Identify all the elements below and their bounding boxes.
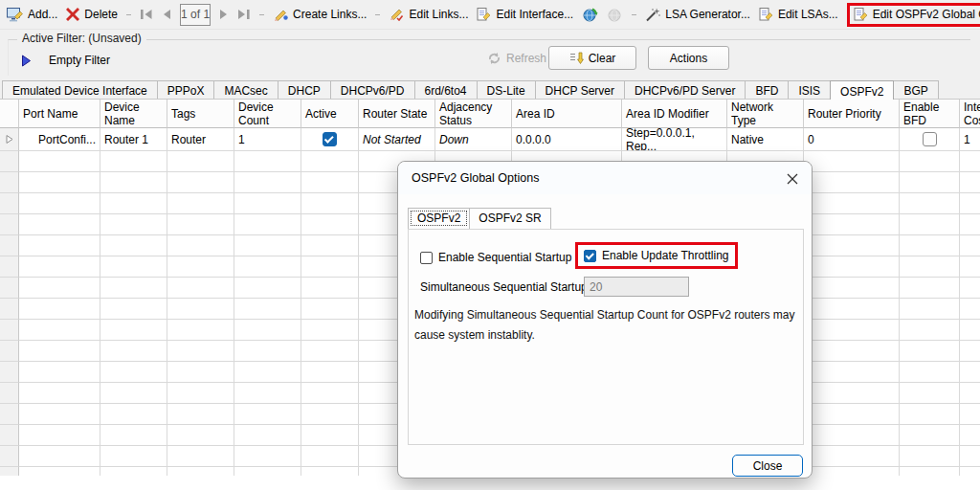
filter-panel: Active Filter: (Unsaved) Empty Filter Re… <box>0 30 980 80</box>
tab-dhcp-server[interactable]: DHCP Server <box>535 80 625 99</box>
next-page-button[interactable] <box>219 5 229 24</box>
prev-page-button[interactable] <box>162 5 171 24</box>
empty-filter-label: Empty Filter <box>49 54 110 67</box>
next-page-icon <box>219 9 229 20</box>
add-button[interactable]: Add... <box>7 8 57 22</box>
tab-ds-lite[interactable]: DS-Lite <box>477 80 536 99</box>
dialog-title-bar[interactable]: OSPFv2 Global Options <box>398 162 812 194</box>
actions-button[interactable]: Actions <box>648 46 729 70</box>
toolbar-separator <box>259 14 264 15</box>
dialog-tab-strip: OSPFv2 OSPFv2 SR <box>408 208 550 229</box>
tab-isis[interactable]: ISIS <box>788 80 831 99</box>
create-links-pencil-icon <box>273 8 288 21</box>
cell-network-type[interactable]: Native <box>727 128 804 151</box>
edit-ospf-doc-pencil-icon <box>854 8 868 22</box>
empty-filter-row[interactable]: Empty Filter <box>21 54 110 67</box>
col-header-router-state[interactable]: Router State <box>359 100 435 128</box>
globe-disabled-button <box>607 7 623 23</box>
active-checkbox[interactable] <box>323 132 337 146</box>
tab-bfd[interactable]: BFD <box>745 80 789 99</box>
enable-update-throttling-label: Enable Update Throttling <box>602 249 729 262</box>
edit-lsas-button[interactable]: Edit LSAs... <box>759 8 838 22</box>
actions-label: Actions <box>670 52 707 65</box>
cell-enable-bfd <box>900 128 960 151</box>
edit-interface-doc-pencil-icon <box>477 8 491 22</box>
edit-links-pencil-icon <box>389 8 404 21</box>
cell-area-id[interactable]: 0.0.0.0 <box>512 128 622 151</box>
cell-interface-cost[interactable]: 1 <box>960 128 980 151</box>
tab-dhcp[interactable]: DHCP <box>278 80 331 99</box>
globe-button[interactable] <box>582 7 598 23</box>
tab-pppox[interactable]: PPPoX <box>157 80 215 99</box>
dialog-tab-ospfv2[interactable]: OSPFv2 <box>408 208 470 229</box>
filter-play-icon <box>21 55 32 67</box>
pager-box: 1 of 1 <box>180 4 211 26</box>
tab-ospfv2[interactable]: OSPFv2 <box>830 80 894 100</box>
cell-adjacency-status: Down <box>435 128 512 151</box>
refresh-button: Refresh <box>481 46 552 70</box>
enable-sequential-startup-row[interactable]: Enable Sequential Startup <box>420 251 571 264</box>
dialog-close-button[interactable] <box>785 171 800 187</box>
dialog-close-button-bottom[interactable]: Close <box>732 455 803 477</box>
first-page-icon <box>140 9 153 20</box>
col-header-network-type[interactable]: Network Type <box>727 100 804 128</box>
col-header-interface-cost[interactable]: Inte Cos <box>960 100 980 128</box>
simultaneous-startups-label: Simultaneous Sequential Startups: <box>420 280 596 294</box>
enable-update-throttling-checkbox[interactable] <box>584 250 596 262</box>
edit-lsas-doc-pencil-icon <box>759 8 773 22</box>
row-selector-header <box>0 100 19 128</box>
edit-ospfv2-global-options-button[interactable]: Edit OSPFv2 Global Options... <box>847 3 980 27</box>
col-header-adjacency-status[interactable]: Adjacency Status <box>435 100 512 128</box>
instability-warning-text: Modifying Simultaneous Sequential Startu… <box>414 305 801 345</box>
tab-emulated-device-interface[interactable]: Emulated Device Interface <box>2 80 158 99</box>
cell-router-priority[interactable]: 0 <box>804 128 900 151</box>
add-device-icon <box>7 8 23 22</box>
col-header-port-name[interactable]: Port Name <box>19 100 100 128</box>
close-button-label: Close <box>753 459 783 473</box>
lsa-generator-label: LSA Generator... <box>665 8 750 21</box>
pager-text: 1 of 1 <box>181 8 210 21</box>
globe-gray-icon <box>607 7 623 23</box>
col-header-device-name[interactable]: Device Name <box>100 100 167 128</box>
create-links-button[interactable]: Create Links... <box>273 8 367 21</box>
tab-6rd-6to4[interactable]: 6rd/6to4 <box>414 80 478 99</box>
col-header-area-id[interactable]: Area ID <box>512 100 622 128</box>
tab-dhcpv6-pd-server[interactable]: DHCPv6/PD Server <box>624 80 746 99</box>
toolbar-separator <box>126 14 131 15</box>
tab-dhcpv6-pd[interactable]: DHCPv6/PD <box>330 80 415 99</box>
cell-device-name[interactable]: Router 1 <box>100 128 167 151</box>
edit-interface-label: Edit Interface... <box>496 8 573 21</box>
first-page-button[interactable] <box>140 5 153 24</box>
enable-bfd-checkbox[interactable] <box>923 132 937 146</box>
cell-device-count[interactable]: 1 <box>234 128 301 151</box>
last-page-icon <box>237 9 251 20</box>
add-label: Add... <box>28 8 57 21</box>
row-selector[interactable] <box>0 128 19 151</box>
active-filter-label: Active Filter: (Unsaved) <box>17 32 146 45</box>
enable-sequential-startup-label: Enable Sequential Startup <box>438 251 571 264</box>
tab-macsec[interactable]: MACsec <box>213 80 278 99</box>
edit-links-button[interactable]: Edit Links... <box>389 8 468 21</box>
lsa-generator-button[interactable]: LSA Generator... <box>645 7 750 22</box>
cell-area-id-modifier[interactable]: Step=0.0.0.1, Rep... <box>622 128 727 151</box>
tab-bgp[interactable]: BGP <box>893 80 938 99</box>
table-row: PortConfi... Router 1 Router 1 Not Start… <box>0 128 980 151</box>
col-header-router-priority[interactable]: Router Priority <box>804 100 900 128</box>
col-header-tags[interactable]: Tags <box>167 100 234 128</box>
col-header-device-count[interactable]: Device Count <box>234 100 301 128</box>
col-header-active[interactable]: Active <box>301 100 359 128</box>
simultaneous-startups-input: 20 <box>584 277 689 297</box>
edit-interface-button[interactable]: Edit Interface... <box>477 8 573 22</box>
col-header-area-id-modifier[interactable]: Area ID Modifier <box>622 100 727 128</box>
clear-button[interactable]: Clear <box>548 46 636 70</box>
dialog-tab-ospfv2-sr[interactable]: OSPFv2 SR <box>469 208 550 229</box>
cell-port-name[interactable]: PortConfi... <box>19 128 100 151</box>
delete-button[interactable]: Delete <box>66 8 118 21</box>
col-header-enable-bfd[interactable]: Enable BFD <box>900 100 960 128</box>
refresh-icon <box>487 52 501 65</box>
enable-sequential-startup-checkbox[interactable] <box>420 252 433 264</box>
dialog-tab-panel: Enable Sequential Startup Enable Update … <box>408 229 804 445</box>
cell-tags[interactable]: Router <box>167 128 234 151</box>
last-page-button[interactable] <box>237 5 251 24</box>
app-window: { "toolbar": { "add_label": "Add...", "d… <box>0 0 980 490</box>
